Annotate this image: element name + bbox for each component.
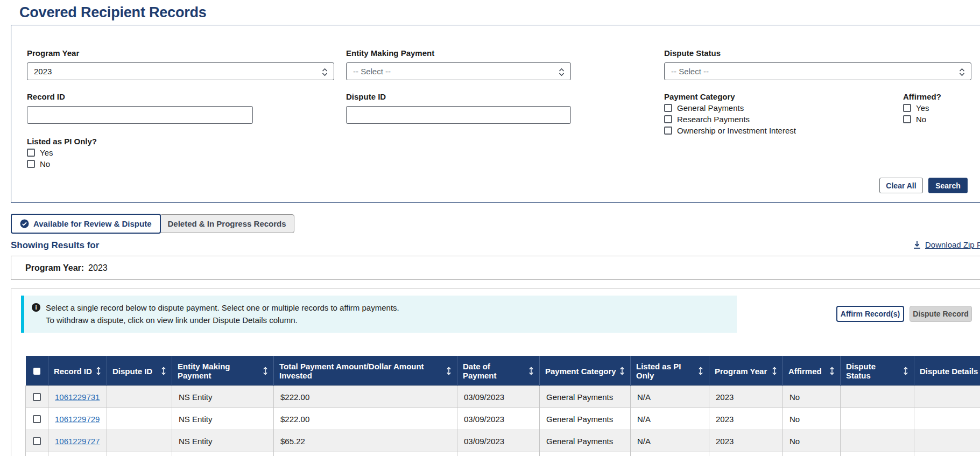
cell-dispute-id: [107, 386, 172, 408]
affirm-records-button[interactable]: Affirm Record(s): [836, 306, 904, 322]
dispute-id-input[interactable]: [346, 106, 571, 124]
pi-only-no-checkbox[interactable]: [27, 160, 35, 168]
tab-available-for-review[interactable]: Available for Review & Dispute: [11, 214, 161, 234]
col-label: Entity Making Payment: [178, 362, 259, 380]
sort-icon[interactable]: [446, 367, 452, 375]
select-stepper-icon: [321, 67, 328, 77]
filter-panel: Program Year 2023 Entity Making Payment …: [11, 25, 980, 203]
table-header-row: Record ID Dispute ID Entity Making Payme…: [26, 356, 980, 386]
cell-entity: NS Entity: [172, 408, 274, 430]
cell-date: 03/09/2023: [457, 386, 540, 408]
program-year-field: Program Year 2023: [27, 48, 334, 80]
affirmed-no-label: No: [916, 115, 926, 124]
select-all-checkbox[interactable]: [33, 368, 40, 375]
affirmed-no-checkbox[interactable]: [903, 115, 911, 123]
clear-all-button[interactable]: Clear All: [879, 178, 923, 193]
record-id-input[interactable]: [27, 106, 253, 124]
search-button[interactable]: Search: [928, 178, 968, 193]
col-label: Dispute ID: [112, 367, 152, 376]
info-banner-text: Select a single record below to dispute …: [46, 301, 399, 327]
research-payments-checkbox[interactable]: [664, 115, 672, 123]
cell-entity: NS Entity: [172, 386, 274, 408]
program-year-summary-label: Program Year:: [25, 263, 84, 273]
cell-dispute-status: [841, 386, 914, 408]
dispute-id-label: Dispute ID: [346, 92, 571, 101]
dispute-status-field: Dispute Status -- Select --: [664, 48, 971, 80]
col-record-id[interactable]: Record ID: [48, 356, 107, 386]
table-row: 1061229727 NS Entity $65.22 03/09/2023 G…: [26, 430, 980, 452]
info-banner: i Select a single record below to disput…: [21, 296, 737, 333]
col-label: Payment Category: [545, 367, 616, 376]
sort-icon[interactable]: [528, 367, 534, 375]
col-program-year[interactable]: Program Year: [709, 356, 783, 386]
affirmed-yes-checkbox[interactable]: [903, 104, 911, 112]
record-id-link[interactable]: 1061229727: [55, 437, 100, 446]
record-id-label: Record ID: [27, 92, 253, 101]
col-payment-category[interactable]: Payment Category: [540, 356, 631, 386]
results-for-row: Showing Results for Download Zip File: [11, 240, 980, 252]
col-label: Listed as PI Only: [636, 362, 695, 380]
cell-dispute-id: [107, 408, 172, 430]
entity-making-payment-field: Entity Making Payment -- Select --: [346, 48, 571, 80]
cell-year: 2023: [709, 408, 783, 430]
program-year-select[interactable]: 2023: [27, 62, 334, 80]
row-checkbox[interactable]: [33, 415, 41, 423]
col-total-payment-amount[interactable]: Total Payment Amount/Dollar Amount Inves…: [274, 356, 457, 386]
record-id-link[interactable]: 1061229731: [55, 392, 100, 402]
general-payments-checkbox[interactable]: [664, 104, 672, 112]
program-year-summary-value: 2023: [88, 263, 108, 273]
col-label: Affirmed: [788, 367, 822, 376]
payment-category-option: General Payments: [664, 103, 796, 113]
cell-affirmed: No: [783, 386, 841, 408]
download-icon: [913, 241, 921, 249]
cell-dispute-status: [841, 430, 914, 452]
col-listed-as-pi-only[interactable]: Listed as PI Only: [631, 356, 709, 386]
page-title: Covered Recipient Records: [19, 4, 980, 21]
sort-icon[interactable]: [263, 367, 268, 375]
dispute-id-field: Dispute ID: [346, 92, 571, 124]
col-affirmed[interactable]: Affirmed: [783, 356, 841, 386]
sort-icon[interactable]: [161, 367, 166, 375]
col-dispute-status[interactable]: Dispute Status: [841, 356, 914, 386]
listed-as-pi-only-label: Listed as PI Only?: [27, 137, 97, 146]
col-dispute-id[interactable]: Dispute ID: [107, 356, 172, 386]
cell-amount: $222.00: [274, 386, 457, 408]
tab-deleted-in-progress[interactable]: Deleted & In Progress Records: [160, 214, 294, 233]
col-date-of-payment[interactable]: Date of Payment: [457, 356, 540, 386]
general-payments-label: General Payments: [677, 103, 744, 113]
pi-only-option: No: [27, 159, 97, 169]
records-tabs: Available for Review & Dispute Deleted &…: [11, 214, 980, 234]
download-zip-link[interactable]: Download Zip File: [913, 240, 980, 249]
cell-year: 2023: [709, 430, 783, 452]
entity-making-payment-select-value: -- Select --: [353, 67, 391, 76]
sort-icon[interactable]: [772, 367, 777, 375]
pi-only-yes-checkbox[interactable]: [27, 149, 35, 157]
program-year-summary-box: Program Year: 2023: [11, 256, 980, 280]
dispute-status-select[interactable]: -- Select --: [664, 62, 971, 80]
affirmed-option: No: [903, 115, 941, 124]
sort-icon[interactable]: [829, 367, 835, 375]
ownership-interest-checkbox[interactable]: [664, 127, 672, 135]
sort-icon[interactable]: [619, 367, 625, 375]
dispute-status-label: Dispute Status: [664, 48, 971, 58]
info-line-2: To withdraw a dispute, click on view lin…: [46, 314, 399, 326]
research-payments-label: Research Payments: [677, 115, 750, 124]
payment-category-field: Payment Category General Payments Resear…: [664, 92, 796, 135]
row-checkbox[interactable]: [33, 393, 41, 401]
pi-only-yes-label: Yes: [40, 148, 53, 157]
record-id-link[interactable]: 1061229729: [55, 415, 100, 424]
payment-category-label: Payment Category: [664, 92, 796, 101]
sort-icon[interactable]: [698, 367, 703, 375]
dispute-record-button[interactable]: Dispute Record: [910, 306, 972, 322]
sort-icon[interactable]: [96, 367, 101, 375]
download-zip-label: Download Zip File: [925, 240, 980, 249]
tab-available-label: Available for Review & Dispute: [33, 219, 152, 228]
cell-dispute-details: [914, 408, 980, 430]
row-checkbox[interactable]: [33, 437, 41, 445]
select-all-header[interactable]: [26, 356, 48, 386]
col-entity-making-payment[interactable]: Entity Making Payment: [172, 356, 274, 386]
entity-making-payment-select[interactable]: -- Select --: [346, 62, 571, 80]
col-dispute-details: Dispute Details: [914, 356, 980, 386]
sort-icon[interactable]: [903, 367, 908, 375]
cell-dispute-details: [914, 386, 980, 408]
